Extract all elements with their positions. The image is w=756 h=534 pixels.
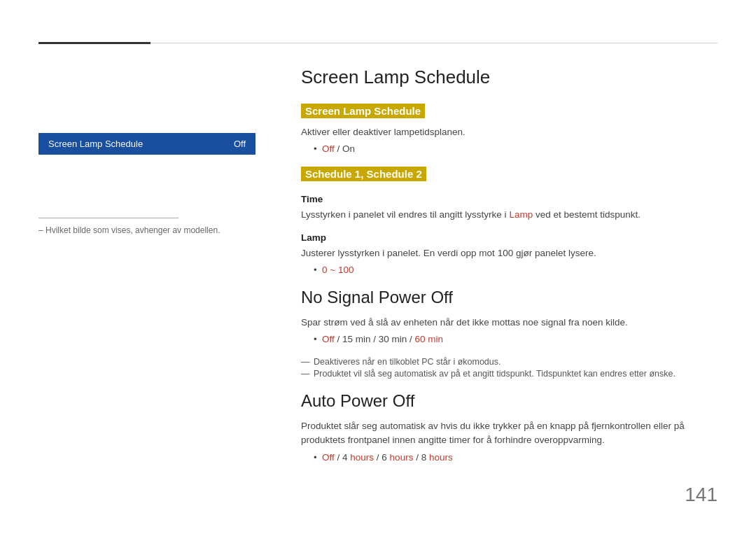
no-signal-note2: Produktet vil slå seg automatisk av på e…: [301, 369, 718, 379]
no-signal-60: 60 min: [415, 334, 444, 344]
no-signal-section: No Signal Power Off Spar strøm ved å slå…: [301, 288, 718, 379]
option-separator: / On: [337, 143, 356, 154]
schedule-highlight: Schedule 1, Schedule 2: [301, 167, 426, 181]
lamp-link: Lamp: [509, 209, 533, 220]
top-bar-line-thick: [38, 42, 150, 44]
no-signal-option: Off / 15 min / 30 min / 60 min: [314, 334, 718, 344]
no-signal-description: Spar strøm ved å slå av enheten når det …: [301, 316, 718, 330]
no-signal-off: Off: [322, 334, 335, 344]
auto-off-hours2: hours: [390, 452, 414, 463]
lamp-label: Lamp: [301, 232, 718, 243]
menu-item-label: Screen Lamp Schedule: [48, 139, 143, 149]
auto-power-off-description: Produktet slår seg automatisk av hvis du…: [301, 419, 718, 448]
no-signal-rest: / 15 min / 30 min /: [337, 334, 415, 344]
screen-lamp-options-list: Off / On: [314, 143, 718, 154]
page-title: Screen Lamp Schedule: [301, 66, 718, 88]
auto-power-off-option: Off / 4 hours / 6 hours / 8 hours: [314, 452, 718, 463]
auto-off-4h: / 4: [337, 452, 351, 463]
auto-off-sep2: / 8: [416, 452, 429, 463]
no-signal-options-list: Off / 15 min / 30 min / 60 min: [314, 334, 718, 344]
lamp-options-list: 0 ~ 100: [314, 265, 718, 275]
auto-power-off-section: Auto Power Off Produktet slår seg automa…: [301, 391, 718, 463]
screen-lamp-schedule-section: Screen Lamp Schedule Aktiver eller deakt…: [301, 104, 718, 154]
no-signal-title: No Signal Power Off: [301, 288, 718, 307]
time-label: Time: [301, 194, 718, 204]
auto-off-hours1: hours: [350, 452, 374, 463]
screen-lamp-schedule-highlight: Screen Lamp Schedule: [301, 104, 425, 118]
auto-power-off-options-list: Off / 4 hours / 6 hours / 8 hours: [314, 452, 718, 463]
left-panel: Screen Lamp Schedule Off – Hvilket bilde…: [38, 70, 255, 235]
screen-lamp-option: Off / On: [314, 143, 718, 154]
lamp-option: 0 ~ 100: [314, 265, 718, 275]
time-block: Time Lysstyrken i panelet vil endres til…: [301, 194, 718, 222]
auto-off-off: Off: [322, 452, 335, 463]
page-number: 141: [685, 484, 718, 506]
schedule-sections: Schedule 1, Schedule 2 Time Lysstyrken i…: [301, 167, 718, 275]
menu-item-value: Off: [234, 139, 246, 149]
auto-off-hours3: hours: [429, 452, 453, 463]
left-divider: [38, 218, 178, 218]
left-note: – Hvilket bilde som vises, avhenger av m…: [38, 225, 255, 235]
auto-power-off-title: Auto Power Off: [301, 391, 718, 411]
menu-item-screen-lamp-schedule[interactable]: Screen Lamp Schedule Off: [38, 133, 255, 155]
top-bar: [38, 42, 718, 44]
lamp-description: Justerer lysstyrken i panelet. En verdi …: [301, 246, 718, 260]
time-description: Lysstyrken i panelet vil endres til angi…: [301, 208, 718, 222]
lamp-range: 0 ~ 100: [322, 265, 354, 275]
auto-off-sep1: / 6: [377, 452, 390, 463]
top-bar-line-thin: [150, 43, 718, 43]
main-content: Screen Lamp Schedule Screen Lamp Schedul…: [301, 66, 718, 475]
option-off: Off: [322, 143, 335, 154]
no-signal-note1: Deaktiveres når en tilkoblet PC står i ø…: [301, 357, 718, 367]
screen-lamp-description: Aktiver eller deaktiver lampetidsplanen.: [301, 125, 718, 139]
lamp-block: Lamp Justerer lysstyrken i panelet. En v…: [301, 232, 718, 275]
